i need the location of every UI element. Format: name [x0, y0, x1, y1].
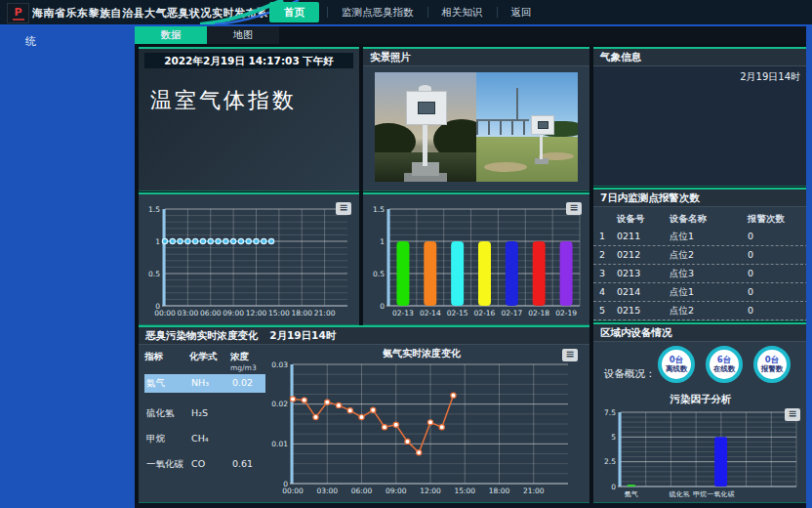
odor-table-header: 指标 化学式 浓度mg/m3: [139, 345, 267, 374]
view-tabbar: 数据 地图: [135, 26, 806, 44]
svg-text:0.02: 0.02: [271, 400, 288, 408]
svg-text:2.5: 2.5: [604, 457, 616, 466]
panel-odor-pollutants: 恶臭污染物实时浓度变化 2月19日14时 指标 化学式 浓度mg/m3 氨气NH…: [139, 325, 589, 502]
panel-weather-info: 气象信息 2月19日14时: [593, 47, 808, 186]
stat-offline: 0台 离线数: [658, 346, 695, 383]
col-indicator: 指标: [144, 351, 189, 372]
panel-area-devices: 区域内设备情况 设备概况： 0台 离线数 6台 在线数 0台 报警数 污染因子分…: [593, 322, 808, 502]
alarm-counts-header: 7日内监测点报警次数: [593, 190, 808, 207]
odor-title: 恶臭污染物实时浓度变化: [145, 329, 259, 341]
panel-daily-index-chart: 00.511.502-1302-1402-1502-1602-1702-1802…: [363, 192, 589, 324]
panel-alarm-counts: 7日内监测点报警次数 设备号 设备名称 报警次数 10211点位1020212点…: [593, 188, 808, 320]
weather-body: 2月19日14时: [593, 66, 808, 186]
nav-separator: [427, 7, 428, 18]
chart-menu-icon[interactable]: ≡: [785, 408, 800, 421]
svg-text:02-18: 02-18: [528, 309, 549, 318]
chart-ammonia-trend: 00.010.020.0300:0003:0006:0009:0012:0015…: [265, 359, 580, 503]
datetime-banner: 2022年2月19日 14:17:03 下午好: [144, 53, 353, 68]
nav-knowledge[interactable]: 相关知识: [430, 6, 495, 20]
svg-text:15:00: 15:00: [268, 309, 290, 318]
nav-home[interactable]: 首页: [269, 2, 319, 22]
svg-text:06:00: 06:00: [351, 487, 373, 495]
alarm-table-header: 设备号 设备名称 报警次数: [593, 207, 808, 228]
table-row: 10211点位10: [593, 228, 808, 246]
svg-text:21:00: 21:00: [523, 487, 545, 495]
svg-text:02-16: 02-16: [474, 309, 496, 318]
svg-text:00:00: 00:00: [282, 487, 304, 495]
svg-text:0.5: 0.5: [373, 270, 385, 278]
greenhouse-index-title: 温室气体指数: [150, 86, 359, 115]
svg-text:0: 0: [611, 483, 616, 491]
svg-text:00:00: 00:00: [154, 309, 176, 318]
chart-menu-icon[interactable]: ≡: [562, 349, 578, 361]
odor-row[interactable]: 硫化氢H₂S: [144, 404, 265, 423]
col-device-no: 设备号: [617, 213, 670, 226]
table-row: 20212点位20: [593, 246, 808, 265]
device-overview-label: 设备概况：: [604, 367, 656, 381]
svg-text:18:00: 18:00: [291, 309, 312, 318]
tab-map[interactable]: 地图: [207, 26, 279, 44]
table-row: 40214点位10: [593, 283, 808, 302]
svg-text:02-17: 02-17: [501, 309, 522, 318]
chart-daily-index: 00.511.502-1302-1402-1502-1602-1702-1802…: [365, 197, 588, 325]
table-row: 50215点位20: [593, 302, 808, 320]
svg-text:7.5: 7.5: [604, 408, 616, 417]
svg-text:09:00: 09:00: [386, 487, 407, 495]
odor-panel-header: 恶臭污染物实时浓度变化 2月19日14时: [139, 327, 589, 345]
panel-greenhouse-index: 2022年2月19日 14:17:03 下午好 温室气体指数: [139, 47, 359, 190]
svg-text:0: 0: [380, 302, 385, 311]
chart-greenhouse-trend: 00.511.500:0003:0006:0009:0012:0015:0018…: [141, 197, 357, 325]
left-sidebar: 统: [0, 26, 135, 508]
svg-text:09:00: 09:00: [223, 309, 244, 318]
weather-date: 2月19日14时: [740, 70, 800, 84]
svg-text:5: 5: [611, 433, 616, 442]
area-devices-header: 区域内设备情况: [593, 324, 808, 342]
col-alarm-count: 报警次数: [748, 213, 802, 226]
site-photos-header: 实景照片: [363, 49, 589, 66]
site-photo-field[interactable]: [476, 72, 578, 182]
odor-row[interactable]: 一氧化碳CO0.61: [144, 455, 265, 474]
svg-text:12:00: 12:00: [420, 487, 441, 495]
monitoring-device-icon: [406, 91, 447, 125]
svg-text:甲烷: 甲烷: [693, 490, 707, 498]
svg-text:0.01: 0.01: [271, 440, 288, 448]
col-concentration: 浓度mg/m3: [230, 351, 262, 372]
svg-text:02-14: 02-14: [420, 309, 441, 318]
app-logo: P: [7, 3, 29, 23]
svg-text:06:00: 06:00: [200, 309, 222, 318]
svg-text:18:00: 18:00: [489, 487, 510, 495]
monitoring-device-icon: [531, 115, 554, 135]
svg-text:03:00: 03:00: [178, 309, 199, 318]
svg-text:0.5: 0.5: [148, 270, 160, 278]
svg-text:氨气: 氨气: [625, 490, 638, 498]
sidebar-title-overflow: 统: [25, 34, 36, 49]
stat-online: 6台 在线数: [706, 346, 743, 383]
svg-text:一氧化碳: 一氧化碳: [708, 490, 735, 498]
odor-date: 2月19日14时: [269, 329, 336, 341]
odor-row[interactable]: 甲烷CH₄: [144, 430, 265, 448]
svg-text:02-15: 02-15: [447, 309, 468, 318]
site-photo-dusk[interactable]: [375, 72, 476, 182]
nav-back[interactable]: 返回: [500, 6, 544, 20]
col-device-name: 设备名称: [670, 213, 748, 226]
stat-alarm: 0台 报警数: [753, 346, 791, 383]
svg-text:1: 1: [380, 237, 385, 246]
photo-strip: [375, 72, 578, 182]
nav-odor-index[interactable]: 监测点恶臭指数: [330, 6, 426, 20]
svg-text:03:00: 03:00: [316, 487, 338, 495]
chart-menu-icon[interactable]: ≡: [566, 202, 582, 215]
nav-separator: [327, 7, 328, 18]
logo-subtext: [13, 19, 24, 21]
tab-data[interactable]: 数据: [135, 26, 207, 44]
weather-header: 气象信息: [593, 49, 808, 66]
col-formula: 化学式: [189, 351, 230, 372]
topbar: P 海南省乐东黎族自治县大气恶臭状况实时发布系 首页 监测点恶臭指数 相关知识 …: [0, 0, 812, 26]
table-row: 30213点位30: [593, 265, 808, 283]
svg-text:硫化氢: 硫化氢: [669, 490, 690, 498]
chart-pollution-factor: 02.557.5氨气硫化氢甲烷一氧化碳: [595, 406, 804, 504]
svg-text:15:00: 15:00: [454, 487, 475, 495]
odor-row[interactable]: 氨气NH₃0.02: [144, 374, 265, 393]
chart-menu-icon[interactable]: ≡: [336, 202, 351, 215]
svg-text:21:00: 21:00: [314, 309, 336, 318]
svg-text:1.5: 1.5: [148, 205, 160, 214]
